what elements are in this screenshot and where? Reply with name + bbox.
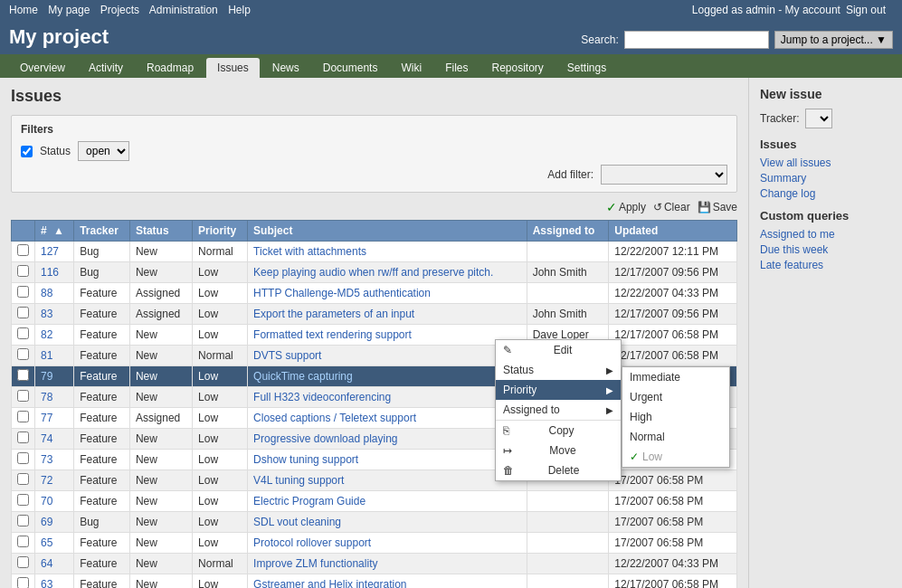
status-checkbox[interactable] <box>21 146 33 157</box>
status-select[interactable]: open <box>78 141 129 161</box>
row-id-link[interactable]: 127 <box>41 245 59 258</box>
priority-urgent[interactable]: Urgent <box>622 387 729 407</box>
row-id-link[interactable]: 72 <box>41 474 52 487</box>
row-id-link[interactable]: 69 <box>41 516 52 528</box>
row-subject-link[interactable]: Progressive download playing <box>253 432 397 445</box>
row-checkbox[interactable] <box>17 411 29 422</box>
row-subject-link[interactable]: Electric Program Guide <box>253 495 366 507</box>
nav-administration[interactable]: Administration <box>149 4 218 16</box>
tab-issues[interactable]: Issues <box>206 58 260 78</box>
row-subject-link[interactable]: Protocol rollover support <box>253 536 371 549</box>
context-assigned[interactable]: Assigned to ▶ <box>496 400 621 420</box>
context-move[interactable]: ↦ Move <box>496 441 621 460</box>
row-id-link[interactable]: 81 <box>41 349 52 362</box>
row-subject-link[interactable]: DVTS support <box>253 349 321 362</box>
row-id-link[interactable]: 116 <box>41 266 59 279</box>
row-id-link[interactable]: 88 <box>41 287 52 299</box>
row-subject-link[interactable]: V4L tuning support <box>253 474 344 487</box>
row-id-link[interactable]: 70 <box>41 495 52 507</box>
save-link[interactable]: 💾 Save <box>698 201 737 213</box>
row-checkbox[interactable] <box>17 244 29 256</box>
row-id-link[interactable]: 79 <box>41 370 52 383</box>
priority-normal[interactable]: Normal <box>622 427 729 447</box>
row-id-link[interactable]: 74 <box>41 432 52 445</box>
row-checkbox[interactable] <box>17 556 29 568</box>
row-id-link[interactable]: 77 <box>41 412 52 424</box>
tab-roadmap[interactable]: Roadmap <box>136 58 204 78</box>
context-status[interactable]: Status ▶ <box>496 360 621 380</box>
row-id-link[interactable]: 64 <box>41 557 52 570</box>
col-updated[interactable]: Updated <box>609 221 737 242</box>
assigned-to-me-link[interactable]: Assigned to me <box>760 228 891 241</box>
change-log-link[interactable]: Change log <box>760 187 891 200</box>
row-subject-link[interactable]: Keep playing audio when rw/ff and preser… <box>253 266 493 279</box>
row-checkbox[interactable] <box>17 286 29 298</box>
row-checkbox[interactable] <box>17 452 29 464</box>
row-checkbox[interactable] <box>17 369 29 381</box>
row-checkbox[interactable] <box>17 473 29 485</box>
col-status[interactable]: Status <box>129 221 192 242</box>
tab-repository[interactable]: Repository <box>480 58 554 78</box>
context-priority[interactable]: Priority ▶ <box>496 380 621 400</box>
col-tracker[interactable]: Tracker <box>74 221 130 242</box>
tab-files[interactable]: Files <box>434 58 479 78</box>
view-all-issues-link[interactable]: View all issues <box>760 156 891 169</box>
tab-wiki[interactable]: Wiki <box>390 58 432 78</box>
apply-link[interactable]: ✓ Apply <box>606 200 646 214</box>
priority-low[interactable]: ✓ Low <box>622 447 729 467</box>
row-subject-link[interactable]: Closed captions / Teletext support <box>253 412 416 424</box>
row-subject-link[interactable]: HTTP Challenge-MD5 authentication <box>253 287 431 299</box>
search-input[interactable] <box>624 31 769 49</box>
row-checkbox[interactable] <box>17 348 29 360</box>
row-id-link[interactable]: 63 <box>41 578 52 588</box>
row-subject-link[interactable]: Ticket with attachments <box>253 245 366 258</box>
row-subject-link[interactable]: QuickTime capturing <box>253 370 353 383</box>
summary-link[interactable]: Summary <box>760 172 891 185</box>
row-subject-link[interactable]: Gstreamer and Helix integration <box>253 578 406 588</box>
priority-immediate[interactable]: Immediate <box>622 367 729 387</box>
row-subject-link[interactable]: Full H323 videoconferencing <box>253 391 391 403</box>
row-checkbox[interactable] <box>17 390 29 402</box>
jump-to-project-button[interactable]: Jump to a project... ▼ <box>774 31 893 49</box>
tracker-select[interactable] <box>805 109 832 128</box>
row-id-link[interactable]: 83 <box>41 308 52 320</box>
priority-high[interactable]: High <box>622 407 729 427</box>
row-subject-link[interactable]: Formatted text rendering support <box>253 328 412 341</box>
nav-home[interactable]: Home <box>9 4 38 16</box>
row-checkbox[interactable] <box>17 307 29 318</box>
row-id-link[interactable]: 65 <box>41 536 52 549</box>
tab-overview[interactable]: Overview <box>9 58 76 78</box>
row-subject-link[interactable]: Improve ZLM functionality <box>253 557 377 570</box>
col-id[interactable]: # ▲ <box>35 221 74 242</box>
tab-news[interactable]: News <box>261 58 310 78</box>
nav-projects[interactable]: Projects <box>100 4 139 16</box>
nav-mypage[interactable]: My page <box>48 4 90 16</box>
row-checkbox[interactable] <box>17 265 29 277</box>
row-checkbox[interactable] <box>17 327 29 339</box>
sign-out-link[interactable]: Sign out <box>846 4 886 16</box>
row-id-link[interactable]: 78 <box>41 391 52 403</box>
context-copy[interactable]: ⎘ Copy <box>496 420 621 441</box>
tab-documents[interactable]: Documents <box>312 58 389 78</box>
tab-settings[interactable]: Settings <box>556 58 617 78</box>
context-delete[interactable]: 🗑 Delete <box>496 460 621 480</box>
add-filter-select[interactable] <box>601 165 727 185</box>
clear-link[interactable]: ↺ Clear <box>653 201 690 213</box>
col-priority[interactable]: Priority <box>193 221 248 242</box>
row-id-link[interactable]: 82 <box>41 328 52 341</box>
row-checkbox[interactable] <box>17 536 29 547</box>
row-checkbox[interactable] <box>17 577 29 588</box>
tab-activity[interactable]: Activity <box>78 58 134 78</box>
due-this-week-link[interactable]: Due this week <box>760 243 891 256</box>
context-edit[interactable]: ✎ Edit <box>496 340 621 360</box>
row-checkbox[interactable] <box>17 515 29 526</box>
nav-help[interactable]: Help <box>228 4 251 16</box>
row-subject-link[interactable]: Export the parameters of an input <box>253 308 414 320</box>
row-subject-link[interactable]: Dshow tuning support <box>253 453 358 466</box>
late-features-link[interactable]: Late features <box>760 259 891 271</box>
row-id-link[interactable]: 73 <box>41 453 52 466</box>
row-subject-link[interactable]: SDL vout cleaning <box>253 516 341 528</box>
col-assigned[interactable]: Assigned to <box>527 221 609 242</box>
row-checkbox[interactable] <box>17 494 29 506</box>
row-checkbox[interactable] <box>17 432 29 443</box>
